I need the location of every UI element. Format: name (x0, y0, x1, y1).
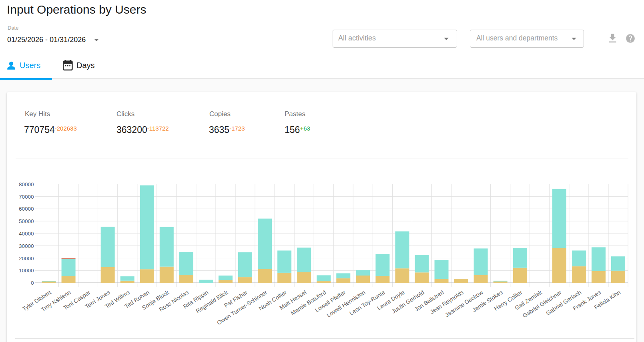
svg-text:60000: 60000 (19, 206, 34, 212)
svg-text:50000: 50000 (19, 218, 34, 224)
svg-text:40000: 40000 (19, 231, 34, 237)
svg-text:10000: 10000 (19, 268, 34, 274)
svg-text:20000: 20000 (19, 255, 34, 262)
svg-text:0: 0 (31, 280, 34, 286)
svg-text:80000: 80000 (19, 181, 34, 187)
svg-text:30000: 30000 (19, 243, 34, 249)
svg-text:70000: 70000 (19, 194, 34, 200)
